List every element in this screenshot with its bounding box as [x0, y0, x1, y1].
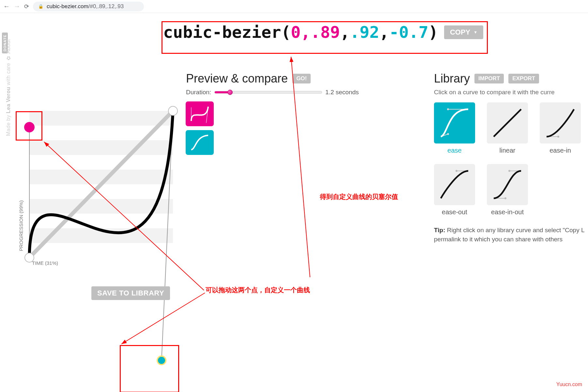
url-path: /#0,.89,.12,.93	[88, 3, 124, 9]
svg-point-12	[557, 136, 559, 138]
control-point-p2[interactable]	[158, 357, 165, 364]
back-button[interactable]: ←	[3, 3, 10, 10]
lock-icon: 🔒	[38, 4, 43, 9]
library-item-ease[interactable]: ease	[434, 102, 475, 154]
svg-point-10	[447, 108, 449, 110]
bezier-title-row: cubic-bezier(0,.89,.92,-0.7) COPY▼	[163, 23, 483, 42]
svg-point-17	[504, 197, 506, 199]
duration-value: 1.2 seconds	[325, 89, 359, 96]
library-item-linear[interactable]: linear	[487, 102, 528, 154]
svg-point-18	[508, 170, 510, 172]
time-axis-label: TIME (31%)	[32, 260, 58, 266]
chevron-down-icon: ▼	[473, 30, 477, 35]
annotation-text-2: 可以拖动这两个点，自定义一个曲线	[206, 286, 310, 294]
library-note: Click on a curve to compare it with the …	[434, 89, 588, 96]
watermark: Yuucn.com	[556, 382, 582, 387]
export-button[interactable]: EXPORT	[508, 74, 539, 83]
library-grid: ease linear ease-in ease-out ease-in-out	[434, 102, 588, 216]
copy-button[interactable]: COPY▼	[444, 25, 483, 39]
svg-rect-0	[29, 111, 173, 126]
svg-point-9	[447, 133, 449, 135]
duration-label: Duration:	[186, 89, 211, 96]
library-section: Library IMPORT EXPORT Click on a curve t…	[434, 72, 588, 244]
reload-button[interactable]: ⟳	[24, 3, 29, 10]
library-item-ease-in[interactable]: ease-in	[540, 102, 581, 154]
library-item-ease-out[interactable]: ease-out	[434, 164, 475, 216]
curve-editor[interactable]: PROGRESSION (99%) TIME (31%) SAVE TO LIB…	[13, 95, 176, 389]
library-heading: Library	[434, 72, 470, 85]
address-bar[interactable]: 🔒 cubic-bezier.com/#0,.89,.12,.93	[33, 2, 144, 11]
preview-heading: Preview & compare	[186, 72, 288, 85]
preview-section: Preview & compare GO! Duration: 1.2 seco…	[186, 72, 382, 159]
url-host: cubic-bezier.com	[47, 3, 88, 9]
svg-rect-1	[29, 140, 173, 155]
library-item-ease-in-out[interactable]: ease-in-out	[487, 164, 528, 216]
made-by: Made by Lea Verou with care ✿ About	[5, 39, 11, 136]
go-button[interactable]: GO!	[292, 74, 311, 83]
duration-slider[interactable]	[214, 89, 322, 96]
preview-swatch-custom[interactable]	[186, 102, 213, 126]
control-point-p1[interactable]	[24, 122, 35, 132]
endpoint-end	[168, 106, 178, 115]
save-to-library-button[interactable]: SAVE TO LIBRARY	[91, 286, 170, 300]
svg-point-14	[456, 170, 457, 172]
browser-chrome: ← → ⟳ 🔒 cubic-bezier.com/#0,.89,.12,.93	[0, 0, 588, 13]
progression-axis-label: PROGRESSION (99%)	[18, 200, 24, 251]
annotation-text-1: 得到自定义曲线的贝塞尔值	[320, 192, 398, 201]
import-button[interactable]: IMPORT	[474, 74, 504, 83]
forward-button[interactable]: →	[14, 3, 20, 10]
bezier-expression: cubic-bezier(0,.89,.92,-0.7)	[163, 23, 438, 42]
preview-swatch-library[interactable]	[186, 130, 213, 155]
library-tip: Tip: Right click on any library curve an…	[434, 226, 588, 244]
